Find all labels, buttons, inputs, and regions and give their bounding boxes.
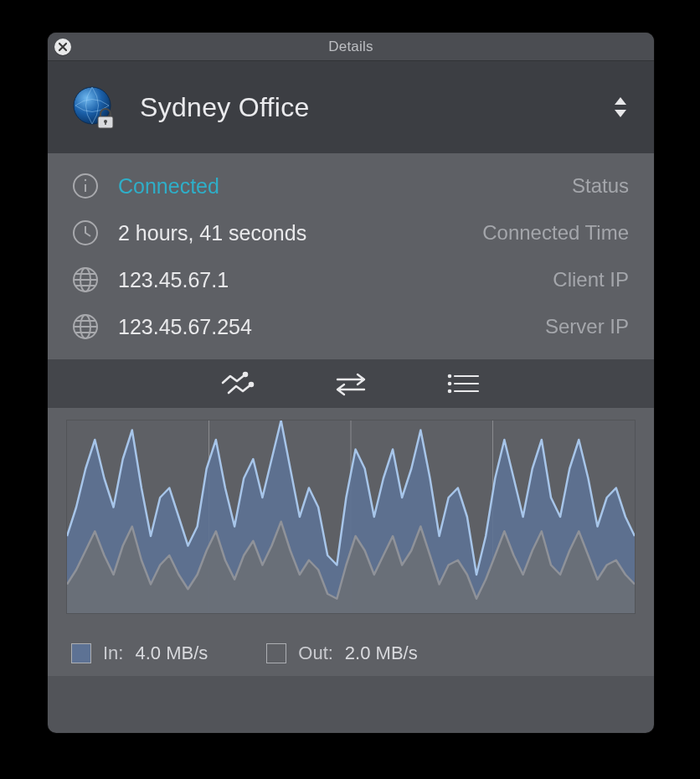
legend-out: Out: 2.0 MB/s <box>266 642 417 664</box>
window-title: Details <box>328 39 373 55</box>
client-ip-value: 123.45.67.1 <box>118 268 534 292</box>
status-value: Connected <box>118 174 553 199</box>
svg-point-12 <box>244 373 247 376</box>
connected-time-row: 2 hours, 41 seconds Connected Time <box>71 219 629 247</box>
details-list: Connected Status 2 hours, 41 seconds Con… <box>48 153 654 359</box>
chevron-down-icon <box>615 110 626 117</box>
graph-panel <box>48 408 654 614</box>
tab-transfer[interactable] <box>332 371 369 396</box>
globe-icon <box>71 266 100 294</box>
svg-rect-3 <box>105 121 106 125</box>
clock-icon <box>71 219 100 247</box>
legend-in-swatch <box>71 643 91 663</box>
close-icon <box>58 42 68 52</box>
view-tabbar <box>48 359 654 408</box>
svg-point-6 <box>85 179 86 181</box>
titlebar: Details <box>48 33 654 61</box>
connected-time-label: Connected Time <box>482 221 629 245</box>
legend-in-label: In: <box>103 642 123 664</box>
tab-log[interactable] <box>445 371 481 396</box>
client-ip-label: Client IP <box>553 268 629 291</box>
status-label: Status <box>572 174 629 198</box>
svg-point-18 <box>449 390 450 392</box>
connection-stepper[interactable] <box>610 97 631 117</box>
tab-graph[interactable] <box>220 371 257 396</box>
client-ip-row: 123.45.67.1 Client IP <box>71 266 629 294</box>
connected-time-value: 2 hours, 41 seconds <box>118 221 464 245</box>
legend-out-swatch <box>266 643 286 663</box>
details-window: Details <box>48 33 654 733</box>
server-ip-value: 123.45.67.254 <box>118 315 527 339</box>
status-row: Connected Status <box>71 172 629 200</box>
graph-legend: In: 4.0 MB/s Out: 2.0 MB/s <box>48 614 654 676</box>
info-icon <box>71 172 100 200</box>
svg-point-16 <box>449 383 450 384</box>
globe-icon <box>71 312 100 341</box>
connection-name: Sydney Office <box>140 92 587 123</box>
legend-in: In: 4.0 MB/s <box>71 642 208 664</box>
server-ip-label: Server IP <box>545 315 629 338</box>
server-ip-row: 123.45.67.254 Server IP <box>71 312 629 341</box>
close-button[interactable] <box>54 39 71 55</box>
svg-point-14 <box>449 375 450 377</box>
legend-out-value: 2.0 MB/s <box>345 642 418 664</box>
throughput-graph <box>66 420 636 614</box>
legend-in-value: 4.0 MB/s <box>135 642 208 664</box>
svg-point-13 <box>250 383 253 386</box>
connection-selector-row: Sydney Office <box>48 61 654 153</box>
legend-out-label: Out: <box>298 642 333 664</box>
vpn-globe-icon <box>71 85 116 130</box>
chevron-up-icon <box>615 97 626 105</box>
